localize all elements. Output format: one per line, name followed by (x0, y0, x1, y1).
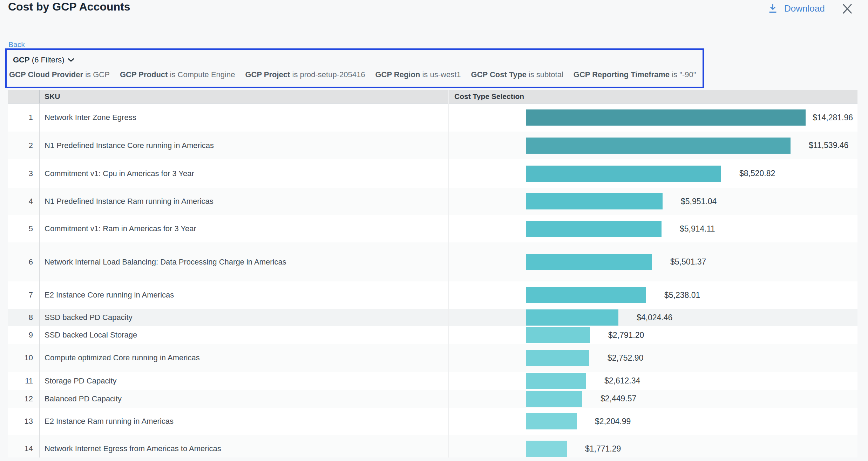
row-rank: 14 (8, 435, 39, 457)
cost-bar[interactable] (526, 221, 662, 237)
row-rank: 10 (8, 344, 39, 372)
column-header-cost-type-selection[interactable]: Cost Type Selection (454, 90, 524, 103)
sku-label: Balanced PD Capacity (45, 390, 122, 408)
filter-field-name: GCP Cost Type (471, 70, 527, 79)
sku-label: E2 Instance Ram running in Americas (45, 408, 174, 435)
table-row[interactable]: 11Storage PD Capacity$2,612.34 (8, 372, 857, 390)
table-row[interactable]: 10Compute optimized Core running in Amer… (8, 344, 857, 372)
cost-bar[interactable] (526, 327, 590, 343)
cost-bar[interactable] (526, 350, 589, 366)
sku-label: Commitment v1: Ram in Americas for 3 Yea… (45, 215, 196, 242)
column-divider-sku-chart (448, 90, 449, 103)
sku-label: SSD backed Local Storage (45, 326, 137, 344)
filter-condition[interactable]: GCP Reporting Timeframe is "-90" (574, 70, 696, 79)
sku-label: Compute optimized Core running in Americ… (45, 344, 200, 372)
filter-summary-count: (6 Filters) (32, 55, 65, 64)
chevron-down-icon (68, 58, 74, 62)
row-rank: 2 (8, 132, 39, 159)
table-row[interactable]: 7E2 Instance Core running in Americas$5,… (8, 281, 857, 309)
row-rank: 13 (8, 408, 39, 435)
table-row[interactable]: 9SSD backed Local Storage$2,791.20 (8, 326, 857, 344)
cost-report-modal: Cost by GCP Accounts Download Back GCP (… (0, 0, 868, 461)
filter-condition[interactable]: GCP Region is us-west1 (375, 70, 461, 79)
cost-value-label: $2,449.57 (601, 391, 636, 407)
cost-value-label: $1,771.29 (585, 441, 621, 457)
cost-bar[interactable] (526, 254, 652, 270)
column-divider-sku-chart-body (448, 103, 449, 457)
filter-condition[interactable]: GCP Project is prod-setup-205416 (245, 70, 365, 79)
filter-panel: GCP (6 Filters) GCP Cloud Provider is GC… (5, 48, 704, 88)
page-title: Cost by GCP Accounts (8, 1, 130, 12)
table-row[interactable]: 6Network Internal Load Balancing: Data P… (8, 242, 857, 281)
row-rank: 12 (8, 390, 39, 408)
row-rank: 8 (8, 309, 39, 326)
cost-value-label: $5,914.11 (680, 221, 715, 237)
cost-value-label: $2,612.34 (604, 373, 640, 389)
sku-label: N1 Predefined Instance Ram running in Am… (45, 188, 213, 215)
table-row[interactable]: 5Commitment v1: Ram in Americas for 3 Ye… (8, 215, 857, 242)
filter-conditions-row: GCP Cloud Provider is GCPGCP Product is … (9, 69, 696, 80)
download-icon (769, 4, 777, 13)
filter-condition[interactable]: GCP Cloud Provider is GCP (9, 70, 110, 79)
sku-label: Storage PD Capacity (45, 372, 116, 390)
sku-label: Network Inter Zone Egress (45, 103, 136, 132)
cost-bar[interactable] (526, 413, 577, 429)
table-header-row: SKU Cost Type Selection (8, 90, 857, 103)
cost-table: SKU Cost Type Selection 1Network Inter Z… (8, 90, 857, 457)
cost-value-label: $2,791.20 (608, 327, 644, 343)
cost-value-label: $5,501.37 (670, 254, 706, 270)
back-link[interactable]: Back (8, 41, 25, 48)
filter-summary-toggle[interactable]: GCP (6 Filters) (13, 54, 74, 66)
cost-bar[interactable] (526, 309, 618, 326)
row-rank: 11 (8, 372, 39, 390)
filter-summary-prefix: GCP (13, 55, 30, 64)
table-row[interactable]: 14Network Internet Egress from Americas … (8, 435, 857, 457)
cost-bar[interactable] (526, 166, 721, 182)
cost-bar[interactable] (526, 441, 567, 457)
table-row[interactable]: 3Commitment v1: Cpu in Americas for 3 Ye… (8, 159, 857, 188)
cost-value-label: $2,204.99 (595, 413, 631, 429)
download-button[interactable]: Download (769, 3, 825, 14)
table-row[interactable]: 13E2 Instance Ram running in Americas$2,… (8, 408, 857, 435)
table-row[interactable]: 8SSD backed PD Capacity$4,024.46 (8, 309, 857, 326)
cost-value-label: $11,539.46 (809, 138, 848, 154)
filter-field-name: GCP Reporting Timeframe (574, 70, 670, 79)
row-rank: 1 (8, 103, 39, 132)
sku-label: Network Internal Load Balancing: Data Pr… (45, 242, 286, 281)
filter-condition[interactable]: GCP Cost Type is subtotal (471, 70, 563, 79)
cost-value-label: $4,024.46 (637, 309, 672, 326)
sku-label: N1 Predefined Instance Core running in A… (45, 132, 214, 159)
sku-label: Network Internet Egress from Americas to… (45, 435, 221, 457)
cost-bar[interactable] (526, 138, 791, 154)
cost-bar[interactable] (526, 391, 582, 407)
table-row[interactable]: 12Balanced PD Capacity$2,449.57 (8, 390, 857, 408)
cost-value-label: $5,951.04 (681, 193, 717, 209)
row-rank: 3 (8, 159, 39, 188)
column-divider-rank-sku-body (39, 103, 40, 457)
row-rank: 7 (8, 281, 39, 309)
filter-field-name: GCP Cloud Provider (9, 70, 83, 79)
sku-label: Commitment v1: Cpu in Americas for 3 Yea… (45, 159, 194, 188)
cost-value-label: $5,238.01 (664, 287, 700, 303)
filter-field-name: GCP Region (375, 70, 420, 79)
row-rank: 6 (8, 242, 39, 281)
cost-value-label: $14,281.96 (813, 109, 853, 126)
cost-bar[interactable] (526, 287, 646, 303)
cost-bar[interactable] (526, 109, 806, 126)
cost-bar[interactable] (526, 373, 586, 389)
row-rank: 5 (8, 215, 39, 242)
download-label: Download (784, 4, 825, 13)
table-row[interactable]: 1Network Inter Zone Egress$14,281.96 (8, 103, 857, 132)
filter-condition[interactable]: GCP Product is Compute Engine (120, 70, 235, 79)
close-icon[interactable] (842, 4, 853, 14)
cost-value-label: $8,520.82 (739, 166, 775, 182)
filter-field-name: GCP Project (245, 70, 290, 79)
column-header-sku[interactable]: SKU (45, 90, 60, 103)
table-row[interactable]: 4N1 Predefined Instance Ram running in A… (8, 188, 857, 215)
cost-bar[interactable] (526, 193, 663, 209)
row-rank: 4 (8, 188, 39, 215)
row-rank: 9 (8, 326, 39, 344)
table-row[interactable]: 2N1 Predefined Instance Core running in … (8, 132, 857, 159)
filter-field-name: GCP Product (120, 70, 168, 79)
sku-label: SSD backed PD Capacity (45, 309, 133, 326)
